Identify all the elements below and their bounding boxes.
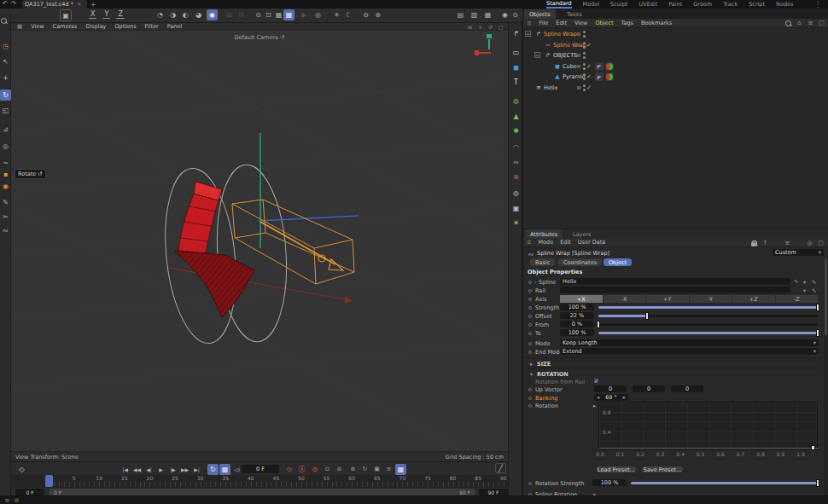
autokeying-icon[interactable]: Ⓐ	[296, 464, 307, 475]
tree-row-helix[interactable]: ≋Helix✓	[523, 83, 828, 93]
anim-dot[interactable]	[528, 298, 532, 301]
tab-basic[interactable]: Basic	[530, 258, 555, 266]
fcurve-icon[interactable]: ╱	[495, 463, 506, 473]
user-dot-icon[interactable]: ⊙	[510, 9, 521, 20]
render-region-icon[interactable]: ◑	[167, 9, 178, 20]
light-icon[interactable]: ☀	[510, 217, 522, 229]
key-rotation-icon[interactable]: ⊕	[347, 464, 359, 475]
close-tab-icon[interactable]: ×	[77, 1, 81, 8]
om-menu-file[interactable]: File	[539, 20, 548, 26]
anim-dot[interactable]	[528, 482, 532, 485]
viewport-canvas[interactable]	[11, 31, 508, 451]
axis-button-plusz[interactable]: +Z	[732, 295, 776, 303]
play-disabled-icon[interactable]: ▶	[299, 9, 310, 20]
layout-tab-paint[interactable]: Paint	[668, 1, 682, 8]
viewport-menu-cameras[interactable]: Cameras	[53, 23, 78, 30]
disabled-tool-b-icon[interactable]: ⊟	[236, 9, 247, 20]
play-forward-icon[interactable]: ▶	[155, 464, 166, 475]
float-view-icon[interactable]: ▢	[497, 23, 504, 31]
editor-visibility-dot[interactable]	[583, 42, 586, 44]
axis-button-plusx[interactable]: +X	[560, 295, 604, 303]
current-frame-field[interactable]: 0 F	[242, 465, 279, 473]
target-icon[interactable]: ◎	[312, 9, 324, 20]
viewport-menu-icon[interactable]: ▦	[17, 23, 22, 30]
banking-spinner[interactable]: ◂ 69 ° ▸	[594, 394, 628, 401]
anim-dot[interactable]	[528, 342, 532, 345]
live-selection-icon[interactable]: ◷	[0, 41, 11, 52]
up-vector-field[interactable]: 0	[633, 385, 665, 392]
layout-tab-uvedit[interactable]: UVEdit	[638, 1, 657, 8]
generator-subdivide-icon[interactable]: ◍	[510, 96, 522, 107]
render-visibility-dot[interactable]	[583, 35, 586, 38]
axis-lock-z[interactable]: Z	[116, 10, 124, 19]
editor-visibility-dot[interactable]	[583, 84, 586, 87]
om-menu-bookmarks[interactable]: Bookmarks	[641, 20, 672, 26]
section-rotation[interactable]: ▾ ROTATION	[523, 368, 822, 377]
tab-takes[interactable]: Takes	[562, 9, 587, 19]
range-end-field[interactable]: 90 F	[479, 489, 508, 495]
playhead[interactable]	[45, 475, 53, 487]
axis-button-minusz[interactable]: -Z	[776, 295, 819, 303]
key-parameter-icon[interactable]: ↻	[359, 464, 370, 475]
layout-tab-model[interactable]: Model	[583, 1, 600, 8]
load-preset-button[interactable]: Load Preset...	[596, 466, 637, 473]
anim-dot[interactable]	[528, 397, 532, 400]
generator-boole-icon[interactable]: ✱	[510, 125, 522, 136]
attr-menu-edit[interactable]: Edit	[560, 239, 571, 246]
goto-start-icon[interactable]: |◀	[120, 464, 131, 475]
mode-dropdown[interactable]: Keep Length ▾	[560, 339, 819, 346]
scrollbar[interactable]	[825, 258, 827, 497]
spline-tool-icon[interactable]: ∾	[0, 225, 11, 236]
anim-dot[interactable]	[528, 289, 532, 293]
spline-picker-icon[interactable]: ✎	[812, 279, 816, 286]
tree-row-objects[interactable]: −↱OBJECTS	[523, 50, 828, 61]
rail-field[interactable]	[560, 287, 790, 293]
rotation-graph[interactable]: 0.8 0.4	[598, 402, 818, 449]
anim-dot[interactable]	[528, 281, 532, 284]
tree-row-spline-wrap[interactable]: −↱Spline Wrap	[523, 29, 828, 39]
layout-tab-standard[interactable]: Standard	[546, 0, 572, 9]
timeline-layers-icon[interactable]: ≡	[383, 464, 394, 475]
range-slider[interactable]: 0 F 90 F	[49, 489, 475, 495]
spinner-dec-icon[interactable]: ◂	[597, 394, 599, 401]
up-vector-field[interactable]: 0	[594, 385, 627, 392]
layer-chip[interactable]	[577, 32, 580, 36]
sync-rotate-icon[interactable]: ↺	[487, 23, 494, 31]
anim-dot[interactable]	[528, 306, 532, 310]
playback-mode-icon[interactable]: ▦	[219, 464, 230, 475]
tree-row-pyramid[interactable]: ▲Pyramid✓◤	[523, 72, 828, 82]
spinner-inc-icon[interactable]: ▸	[623, 394, 626, 401]
render-visibility-dot[interactable]	[583, 56, 586, 59]
key-scale-icon[interactable]: ⊚	[334, 464, 345, 475]
prev-key-icon[interactable]: ◀◀	[131, 464, 143, 475]
focus-icon[interactable]: ◎	[806, 240, 813, 247]
layer-chip[interactable]	[577, 65, 580, 68]
camera-icon[interactable]: ▣	[510, 203, 522, 214]
layer-chip[interactable]	[577, 54, 580, 57]
search-icon[interactable]	[773, 240, 780, 247]
knife-tool-icon[interactable]: ✂	[0, 211, 11, 223]
quantize-icon[interactable]: ▦	[283, 9, 294, 20]
layer-chip[interactable]	[577, 43, 580, 47]
spline-wrap-command-icon[interactable]: ↱	[510, 28, 522, 39]
search-icon[interactable]	[784, 20, 792, 27]
enabled-check-icon[interactable]: ✓	[586, 84, 592, 91]
rotation-from-rail-checkbox[interactable]: ✓	[593, 378, 599, 384]
from-slider[interactable]	[598, 323, 818, 326]
record-selected-icon[interactable]: ⊚	[309, 464, 320, 475]
end-mode-dropdown[interactable]: Extend ▾	[560, 348, 819, 355]
om-menu-icon[interactable]: ≡	[527, 20, 531, 26]
rotation-strength-slider[interactable]	[631, 482, 818, 484]
text-object-icon[interactable]: T	[510, 77, 522, 88]
to-value[interactable]: 100 %	[560, 329, 594, 336]
layout-tab-track[interactable]: Track	[723, 1, 738, 8]
anim-dot[interactable]	[528, 332, 532, 335]
enabled-check-icon[interactable]: ✓	[586, 73, 592, 80]
axis-button-minusx[interactable]: -X	[604, 295, 647, 303]
layout-tab-nodes[interactable]: Nodes	[776, 1, 793, 8]
selection-cursor-icon[interactable]: ↖	[0, 56, 11, 67]
next-key-icon[interactable]: ▶▶	[179, 464, 190, 475]
clone-tool-icon[interactable]: ◉	[0, 181, 11, 192]
save-preset-button[interactable]: Save Preset...	[641, 466, 684, 473]
anim-dot[interactable]	[528, 388, 532, 391]
